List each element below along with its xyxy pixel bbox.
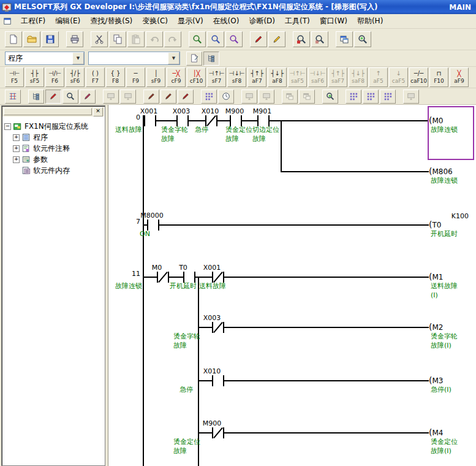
application-instruction-button[interactable]: { }F8: [106, 67, 125, 87]
coil-comment: 急停(I): [431, 385, 451, 394]
zoom-monitor-stop-button[interactable]: [311, 31, 328, 47]
expand-icon[interactable]: +: [13, 145, 20, 152]
menu-diagnostics[interactable]: 诊断(D): [244, 15, 280, 28]
draw-line-button[interactable]: ⊓F10: [429, 67, 448, 87]
statement-edit-button[interactable]: [143, 90, 159, 104]
chevron-down-icon[interactable]: ▼: [168, 52, 179, 64]
mdi-child-icon[interactable]: [2, 17, 12, 26]
tree-item-parameter[interactable]: + 参数: [4, 154, 104, 165]
coil-m1[interactable]: (M1: [429, 272, 443, 281]
program-check-button[interactable]: [186, 52, 202, 66]
data-kind-combo[interactable]: 程序 ▼: [5, 52, 85, 65]
horizontal-line-button[interactable]: ─F9: [126, 67, 145, 87]
device-comment-edit-button[interactable]: [80, 90, 96, 104]
cut-button[interactable]: [91, 31, 108, 47]
menu-edit[interactable]: 编辑(E): [50, 15, 85, 28]
ladder-write-mode-button[interactable]: [250, 31, 267, 47]
chevron-down-icon[interactable]: ▼: [72, 52, 84, 64]
expand-icon[interactable]: +: [13, 134, 20, 141]
tree-item-program[interactable]: + 程序: [4, 132, 104, 143]
project-tree: − FX1N伺服定位系统 + 程序 + 软元件注释 + 参数: [4, 121, 104, 176]
delete-line-button[interactable]: ╳aF9: [450, 67, 469, 87]
note-edit-button[interactable]: [161, 90, 176, 104]
tree-item-device-comment[interactable]: + 软元件注释: [4, 143, 104, 154]
delete-horizontal-line-button[interactable]: ─╳cF9: [167, 67, 186, 87]
rising-pulse-button[interactable]: ⊣↑⊢sF7: [207, 67, 226, 87]
falling-pulse-button[interactable]: ⊣↓⊢sF8: [227, 67, 246, 87]
comment-display-button[interactable]: [45, 90, 61, 104]
device-memory-button[interactable]: [201, 90, 217, 104]
panel-close-button[interactable]: ✕: [93, 107, 103, 116]
coil-button[interactable]: ( )F7: [86, 67, 105, 87]
coil-m0[interactable]: (M0: [429, 115, 443, 125]
find-button[interactable]: [189, 31, 206, 47]
parallel-falling-negated-button: ┤↓├saF8: [349, 67, 368, 87]
delete-vertical-line-button[interactable]: │╳cF10: [187, 67, 206, 87]
vertical-line-button[interactable]: │sF9: [146, 67, 165, 87]
menu-help[interactable]: 帮助(H): [352, 15, 388, 28]
ladder-editor[interactable]: 0 X001 送料故障 X003 烫金字轮 故障 X010 急停 M900 烫金…: [108, 105, 476, 466]
menu-convert[interactable]: 变换(C): [137, 15, 173, 28]
data-kind-value: 程序: [6, 53, 72, 64]
device-memory-icon: [21, 166, 31, 175]
contact-x001[interactable]: [144, 115, 156, 126]
ladder-insert-mode-button[interactable]: [268, 31, 285, 47]
tile-windows-button[interactable]: [336, 31, 353, 47]
buffer-memory-monitor-button[interactable]: [363, 90, 379, 104]
coil-m3[interactable]: (M3: [429, 375, 443, 385]
new-project-button[interactable]: [5, 31, 22, 47]
coil-comment: 烫金定位 故障(I): [431, 437, 458, 456]
find-device-button[interactable]: [207, 31, 224, 47]
cross-reference-button[interactable]: [354, 31, 371, 47]
expand-icon[interactable]: +: [13, 156, 20, 163]
parameter-icon: [21, 155, 31, 164]
zoom-monitor-start-button[interactable]: [293, 31, 310, 47]
open-project-button[interactable]: [23, 31, 40, 47]
open-contact-button[interactable]: ⊣⊢F5: [5, 67, 24, 87]
view-toolbar: [0, 88, 476, 105]
parallel-closed-contact-button[interactable]: ┤/├sF6: [66, 67, 85, 87]
data-name-combo[interactable]: ▼: [88, 52, 180, 65]
menu-project[interactable]: 工程(F): [16, 15, 50, 28]
device-comment: 故障连锁: [115, 281, 142, 291]
closed-contact-button[interactable]: ⊣/⊢F6: [45, 67, 64, 87]
contact-x003-nc[interactable]: [212, 322, 224, 333]
entry-data-monitor-button[interactable]: [322, 90, 338, 104]
coil-m2[interactable]: (M2: [429, 322, 443, 332]
panel-drag-handle[interactable]: [4, 108, 92, 115]
declaration-edit-button[interactable]: [178, 90, 194, 104]
parallel-rising-pulse-button[interactable]: ┤↑├aF7: [247, 67, 266, 87]
project-tree-toggle-button[interactable]: [203, 52, 219, 66]
find-instruction-button[interactable]: [225, 31, 243, 47]
menu-online[interactable]: 在线(O): [208, 15, 244, 28]
coil-t0[interactable]: (T0: [429, 220, 441, 229]
clock-setting-button[interactable]: [218, 90, 234, 104]
contact-m900-nc[interactable]: [212, 427, 224, 438]
ladder-view-button[interactable]: [5, 90, 21, 104]
menu-window[interactable]: 窗口(W): [315, 15, 352, 28]
coil-m4[interactable]: (M4: [429, 427, 443, 437]
tree-item-device-memory[interactable]: 软元件内存: [4, 165, 104, 176]
instruction-list-view-button[interactable]: [28, 90, 44, 104]
ladder-symbol-toolbar: ⊣⊢F5 ┤├sF5 ⊣/⊢F6 ┤/├sF6 ( )F7 { }F8 ─F9 …: [0, 67, 476, 88]
invert-operation-button[interactable]: ─/─caF10: [409, 67, 428, 87]
contact-x010[interactable]: [212, 375, 224, 386]
rising-pulse-negated-button: ⊣↑⊢saF5: [288, 67, 307, 87]
parallel-open-contact-button[interactable]: ┤├sF5: [25, 67, 44, 87]
device-batch-monitor-button[interactable]: [346, 90, 361, 104]
print-button[interactable]: [66, 31, 83, 47]
parallel-falling-pulse-button[interactable]: ┤↓├aF8: [268, 67, 287, 87]
collapse-icon[interactable]: −: [4, 123, 11, 130]
menu-view[interactable]: 显示(V): [173, 15, 208, 28]
menu-tools[interactable]: 工具(T): [280, 15, 315, 28]
tree-root-project[interactable]: − FX1N伺服定位系统: [4, 121, 104, 132]
device-test-button[interactable]: [380, 90, 396, 104]
tree-item-label: 软元件注释: [33, 143, 70, 154]
contact-m0-nc[interactable]: [157, 272, 169, 283]
menu-find-replace[interactable]: 查找/替换(S): [85, 15, 137, 28]
save-project-button[interactable]: [42, 31, 59, 47]
up-branch-button: ↑aF5: [369, 67, 388, 87]
find-contact-coil-button[interactable]: [62, 90, 78, 104]
copy-button[interactable]: [109, 31, 126, 47]
coil-m806[interactable]: (M806: [429, 166, 453, 176]
